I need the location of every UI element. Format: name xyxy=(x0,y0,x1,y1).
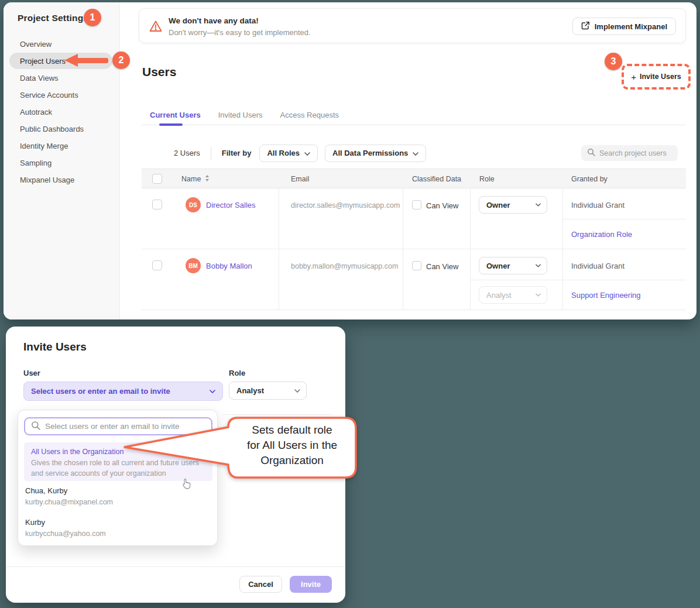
step-1-badge: 1 xyxy=(84,9,101,26)
granted-by-individual: Individual Grant xyxy=(571,262,624,270)
search-icon xyxy=(31,421,40,432)
user-name-link[interactable]: Director Salles xyxy=(206,201,256,209)
users-table: Name Email Classified Data Role Granted … xyxy=(142,169,686,310)
search-project-users-input[interactable] xyxy=(599,149,670,157)
col-name[interactable]: Name xyxy=(181,175,210,183)
role-value: Analyst xyxy=(486,291,512,300)
sidebar-title: Project Settings xyxy=(18,13,88,23)
can-view-label: Can View xyxy=(426,262,458,271)
chevron-down-icon xyxy=(536,293,541,297)
table-header: Name Email Classified Data Role Granted … xyxy=(142,169,686,188)
users-tabs: Current Users Invited Users Access Reque… xyxy=(142,105,686,125)
search-project-users[interactable] xyxy=(581,145,678,161)
organization-role-link[interactable]: Organization Role xyxy=(571,230,632,239)
option-name: Kurby xyxy=(25,518,106,527)
no-data-banner: We don't have any data! Don't worry—it's… xyxy=(139,8,686,43)
can-view-checkbox[interactable] xyxy=(412,200,421,209)
cancel-label: Cancel xyxy=(248,580,273,589)
option-kurby[interactable]: Kurby kurbycchua@yahoo.com xyxy=(25,518,106,538)
user-field-label: User xyxy=(23,369,40,377)
banner-title: We don't have any data! xyxy=(169,16,259,25)
chevron-down-icon xyxy=(294,389,300,393)
option-email: kurbycchua@yahoo.com xyxy=(25,530,106,538)
implement-mixpanel-button[interactable]: Implement Mixpanel xyxy=(572,18,676,35)
step-3-dashed-highlight: + Invite Users xyxy=(622,64,691,90)
user-count: 2 Users xyxy=(174,149,200,157)
project-settings-screenshot: Project Settings Overview Project Users … xyxy=(4,2,696,320)
sidebar-item-service-accounts[interactable]: Service Accounts xyxy=(20,91,78,102)
warning-icon xyxy=(149,19,163,36)
avatar: BM xyxy=(186,258,201,273)
granted-divider xyxy=(470,280,686,280)
cancel-button[interactable]: Cancel xyxy=(239,576,282,593)
step-2-arrow-icon xyxy=(64,54,108,67)
sidebar-item-sampling[interactable]: Sampling xyxy=(20,159,52,170)
col-email: Email xyxy=(291,175,309,183)
callout-text: Sets default role for All Users in the O… xyxy=(229,422,355,468)
invite-label: Invite xyxy=(301,580,321,589)
chevron-down-icon xyxy=(413,149,418,157)
sidebar-item-project-users[interactable]: Project Users xyxy=(20,57,66,68)
chevron-down-icon xyxy=(536,203,541,207)
table-row-director-salles: DS Director Salles director.salles@mymus… xyxy=(142,188,686,249)
all-roles-filter[interactable]: All Roles xyxy=(259,145,318,162)
tab-invited-users[interactable]: Invited Users xyxy=(218,111,263,119)
option-email: kurby.chua@mixpanel.com xyxy=(25,498,113,506)
row-checkbox[interactable] xyxy=(152,200,162,209)
sidebar-item-data-views[interactable]: Data Views xyxy=(20,74,59,85)
select-all-checkbox[interactable] xyxy=(152,174,162,184)
external-link-icon xyxy=(581,21,590,32)
sidebar-item-mixpanel-usage[interactable]: Mixpanel Usage xyxy=(20,176,74,187)
user-name-link[interactable]: Bobby Mallon xyxy=(206,262,252,270)
modal-title: Invite Users xyxy=(23,341,87,353)
can-view-checkbox[interactable] xyxy=(412,261,421,270)
sidebar-item-autotrack[interactable]: Autotrack xyxy=(20,108,52,119)
implement-mixpanel-label: Implement Mixpanel xyxy=(595,22,667,31)
step-2-badge: 2 xyxy=(112,51,130,69)
chevron-down-icon xyxy=(536,264,541,267)
filter-row: 2 Users Filter by All Roles All Data Per… xyxy=(174,144,426,162)
chevron-down-icon xyxy=(304,149,310,157)
tab-current-users[interactable]: Current Users xyxy=(150,111,201,119)
role-dropdown-disabled: Analyst xyxy=(479,286,547,304)
granted-divider xyxy=(562,219,686,219)
sidebar-item-overview[interactable]: Overview xyxy=(20,40,52,51)
banner-subtitle: Don't worry—it's easy to get implemented… xyxy=(169,28,311,37)
divider xyxy=(211,147,211,160)
role-value: Owner xyxy=(486,262,510,270)
user-select[interactable]: Select users or enter an email to invite xyxy=(23,382,223,401)
role-value: Owner xyxy=(486,201,510,209)
invite-button[interactable]: Invite xyxy=(290,576,332,593)
plus-icon: + xyxy=(631,72,636,82)
invite-users-label: Invite Users xyxy=(640,73,681,81)
role-dropdown[interactable]: Owner xyxy=(479,196,547,214)
tab-access-requests[interactable]: Access Requests xyxy=(280,111,339,119)
role-field-label: Role xyxy=(229,369,245,377)
users-page-title: Users xyxy=(142,65,176,79)
col-role: Role xyxy=(479,175,495,183)
role-select[interactable]: Analyst xyxy=(229,382,307,400)
avatar: DS xyxy=(186,197,201,212)
col-granted-by: Granted by xyxy=(571,175,608,183)
user-select-value: Select users or enter an email to invite xyxy=(31,387,170,396)
filter-by-label: Filter by xyxy=(222,149,252,157)
footer-divider xyxy=(6,566,345,567)
sidebar-item-identity-merge[interactable]: Identity Merge xyxy=(20,142,68,153)
search-icon xyxy=(587,148,595,159)
role-dropdown[interactable]: Owner xyxy=(479,257,547,274)
option-name: Chua, Kurby xyxy=(25,486,113,495)
can-view-label: Can View xyxy=(426,201,458,210)
sidebar: Project Settings Overview Project Users … xyxy=(4,2,120,320)
user-email: bobby.mallon@mymusicapp.com xyxy=(291,262,398,270)
table-row-bobby-mallon: BM Bobby Mallon bobby.mallon@mymusicapp.… xyxy=(142,249,686,310)
option-chua-kurby[interactable]: Chua, Kurby kurby.chua@mixpanel.com xyxy=(25,486,113,506)
active-tab-underline xyxy=(159,123,183,126)
invite-users-button[interactable]: + Invite Users xyxy=(631,72,681,82)
row-checkbox[interactable] xyxy=(152,260,162,270)
chevron-down-icon xyxy=(210,390,215,393)
sidebar-item-public-dashboards[interactable]: Public Dashboards xyxy=(20,125,84,136)
all-data-permissions-label: All Data Permissions xyxy=(332,149,408,157)
all-data-permissions-filter[interactable]: All Data Permissions xyxy=(325,145,426,162)
role-select-value: Analyst xyxy=(236,386,264,395)
support-engineering-link[interactable]: Support Engineering xyxy=(571,291,641,300)
